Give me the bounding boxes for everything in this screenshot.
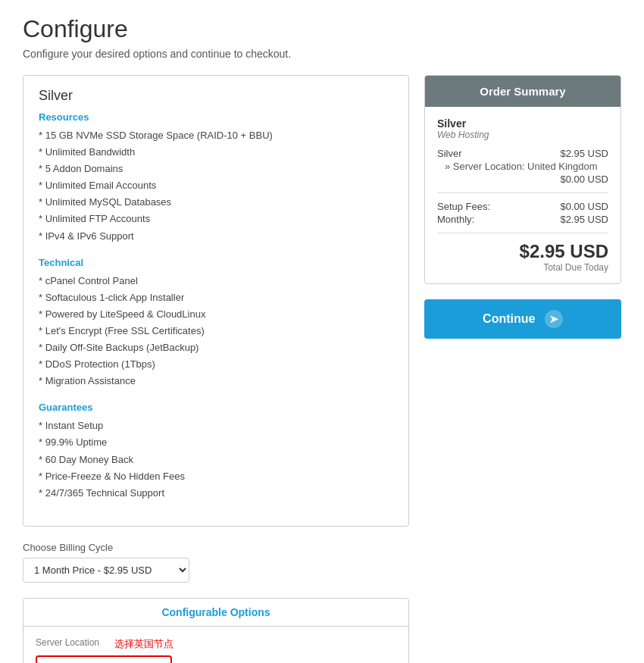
order-total-amount: $2.95 USD — [437, 241, 608, 262]
order-summary-body: Silver Web Hosting Silver $2.95 USD » Se… — [425, 107, 621, 283]
order-row-setup-fees: Setup Fees: $0.00 USD — [437, 201, 608, 212]
list-item: * Let's Encrypt (Free SSL Certificates) — [39, 323, 393, 339]
order-row-location: » Server Location: United Kingdom — [437, 161, 608, 172]
order-row-silver: Silver $2.95 USD — [437, 148, 608, 159]
list-item: * 99.9% Uptime — [39, 434, 393, 451]
list-item: * Unlimited MySQL Databases — [39, 194, 393, 211]
list-item: * Unlimited Bandwidth — [39, 144, 393, 161]
list-item: * Price-Freeze & No Hidden Fees — [39, 468, 393, 485]
product-name: Silver — [39, 88, 393, 104]
list-item: * 15 GB NVMe SSD Storage Space (RAID-10 … — [39, 127, 393, 144]
guarantees-section-title: Guarantees — [39, 402, 393, 413]
order-total-label: Total Due Today — [437, 262, 608, 273]
order-row-monthly: Monthly: $2.95 USD — [437, 214, 608, 225]
continue-arrow-icon: ➤ — [545, 310, 563, 328]
list-item: * cPanel Control Panel — [39, 273, 393, 289]
order-row-location-label: » Server Location: United Kingdom — [445, 161, 598, 172]
configurable-options-header: Configurable Options — [23, 599, 408, 627]
resources-list: * 15 GB NVMe SSD Storage Space (RAID-10 … — [39, 127, 393, 245]
list-item: * Migration Assistance — [39, 373, 393, 389]
technical-section-title: Technical — [39, 257, 393, 268]
list-item: * IPv4 & IPv6 Support — [39, 228, 393, 245]
server-location-label: Server Location — [36, 637, 99, 648]
order-row-value: $2.95 USD — [560, 148, 608, 159]
list-item: * 24/7/365 Technical Support — [39, 485, 393, 502]
list-item: * Daily Off-Site Backups (JetBackup) — [39, 339, 393, 356]
page-title: Configure — [23, 15, 621, 43]
order-row-location-price: $0.00 USD — [437, 174, 608, 185]
server-location-annotation: 选择英国节点 — [114, 637, 174, 651]
setup-fees-label: Setup Fees: — [437, 201, 490, 212]
order-total-section: $2.95 USD Total Due Today — [437, 233, 608, 273]
resources-section-title: Resources — [39, 111, 393, 123]
monthly-label: Monthly: — [437, 214, 474, 225]
monthly-value: $2.95 USD — [560, 214, 608, 225]
configurable-options-title: Configurable Options — [161, 606, 270, 618]
left-panel: Silver Resources * 15 GB NVMe SSD Storag… — [23, 75, 409, 663]
billing-cycle-section: Choose Billing Cycle 1 Month Price - $2.… — [23, 542, 409, 583]
order-divider — [437, 192, 608, 193]
list-item: * DDoS Protection (1Tbps) — [39, 356, 393, 373]
billing-cycle-select[interactable]: 1 Month Price - $2.95 USD 3 Month Price … — [23, 558, 189, 583]
order-row-location-value: $0.00 USD — [560, 174, 608, 185]
configurable-options-section: Configurable Options Server Location 选择英… — [23, 598, 409, 663]
page-subtitle: Configure your desired options and conti… — [23, 48, 621, 60]
configurable-options-body: Server Location 选择英国节点 United Kingdom Un… — [23, 627, 408, 663]
order-summary-box: Order Summary Silver Web Hosting Silver … — [424, 75, 621, 284]
list-item: * Instant Setup — [39, 418, 393, 434]
list-item: * Softaculous 1-click App Installer — [39, 289, 393, 306]
list-item: * 5 Addon Domains — [39, 161, 393, 177]
order-product-name: Silver — [437, 117, 608, 130]
right-panel: Order Summary Silver Web Hosting Silver … — [424, 75, 621, 339]
server-location-select[interactable]: United Kingdom United States — [36, 655, 172, 663]
list-item: * 60 Day Money Back — [39, 452, 393, 468]
setup-fees-value: $0.00 USD — [560, 201, 608, 212]
list-item: * Unlimited Email Accounts — [39, 177, 393, 194]
order-summary-header: Order Summary — [425, 76, 621, 107]
server-location-wrapper: United Kingdom United States — [36, 655, 396, 663]
order-product-type: Web Hosting — [437, 130, 608, 140]
continue-button-label: Continue — [483, 312, 535, 325]
order-row-label: Silver — [437, 148, 462, 159]
product-card: Silver Resources * 15 GB NVMe SSD Storag… — [23, 75, 409, 527]
list-item: * Powered by LiteSpeed & CloudLinux — [39, 306, 393, 323]
list-item: * Unlimited FTP Accounts — [39, 211, 393, 227]
guarantees-list: * Instant Setup * 99.9% Uptime * 60 Day … — [39, 418, 393, 501]
continue-button[interactable]: Continue ➤ — [424, 299, 621, 339]
technical-list: * cPanel Control Panel * Softaculous 1-c… — [39, 273, 393, 390]
billing-cycle-label: Choose Billing Cycle — [23, 542, 409, 553]
